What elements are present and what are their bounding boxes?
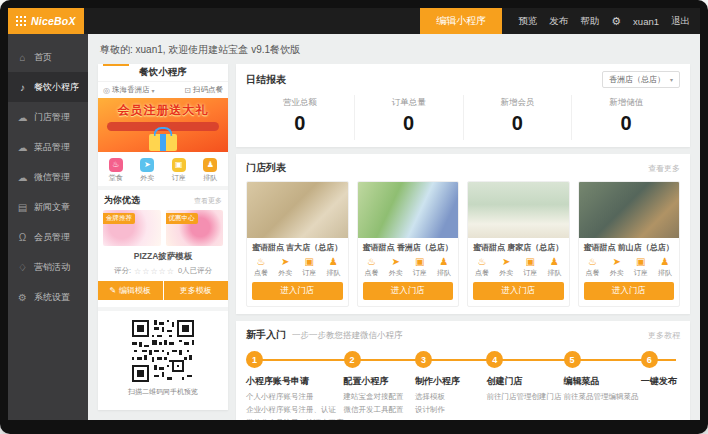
guide-link[interactable]: 微信开发工具配置 bbox=[344, 405, 415, 415]
step-number-badge: 5 bbox=[564, 351, 581, 368]
qr-caption: 扫描二维码同手机预览 bbox=[128, 387, 198, 397]
star-rating-icons: ☆☆☆☆☆ bbox=[134, 267, 175, 276]
guide-link[interactable]: 前往门店管理创建门店 bbox=[486, 392, 563, 402]
enter-store-button[interactable]: 进入门店 bbox=[252, 282, 343, 300]
sidebar-item-system-settings[interactable]: ⚙ 系统设置 bbox=[8, 282, 88, 312]
store-list-card: 门店列表 查看更多 蜜语甜点 吉大店（总店） ♨点餐 ➤外卖 bbox=[236, 154, 690, 314]
preview-link[interactable]: 预览 bbox=[518, 15, 537, 28]
gift-box-graphic bbox=[149, 134, 177, 151]
sidebar-item-label: 会员管理 bbox=[34, 231, 70, 244]
sidebar-item-dish-management[interactable]: ☁ 菜品管理 bbox=[8, 132, 88, 162]
nav-queue[interactable]: ♟ 排队 bbox=[203, 158, 217, 183]
rating-count: 0人已评分 bbox=[178, 266, 212, 276]
sidebar-item-label: 餐饮小程序 bbox=[34, 81, 79, 94]
edit-miniprogram-button[interactable]: 编辑小程序 bbox=[420, 8, 502, 34]
bubble-icon: ☁ bbox=[17, 112, 28, 123]
settings-gear-icon[interactable]: ⚙ bbox=[611, 15, 621, 28]
logout-link[interactable]: 退出 bbox=[671, 15, 690, 28]
queue-icon: ♟ bbox=[439, 256, 448, 267]
help-link[interactable]: 帮助 bbox=[580, 15, 599, 28]
enter-store-button[interactable]: 进入门店 bbox=[584, 282, 675, 300]
report-title: 日结报表 bbox=[246, 73, 286, 87]
store-action-order[interactable]: ♨点餐 bbox=[586, 256, 600, 278]
featured-item-cake[interactable]: 优惠中心 bbox=[166, 210, 224, 246]
sidebar-item-label: 菜品管理 bbox=[34, 141, 70, 154]
guide-link[interactable]: 个人小程序账号注册 bbox=[246, 392, 344, 402]
store-action-queue[interactable]: ♟排队 bbox=[658, 256, 672, 278]
store-card-jida: 蜜语甜点 吉大店（总店） ♨点餐 ➤外卖 ▣订座 ♟排队 进入门店 bbox=[246, 181, 349, 307]
queue-icon: ♟ bbox=[329, 256, 338, 267]
takeout-icon: ➤ bbox=[140, 158, 154, 172]
store-action-queue[interactable]: ♟排队 bbox=[437, 256, 451, 278]
store-action-reservation[interactable]: ▣订座 bbox=[634, 256, 648, 278]
edit-template-button[interactable]: ✎ 编辑模板 bbox=[98, 281, 163, 300]
sidebar-item-label: 微信管理 bbox=[34, 171, 70, 184]
store-action-reservation[interactable]: ▣订座 bbox=[413, 256, 427, 278]
step-build: 3 制作小程序 选择模板 设计制作 bbox=[415, 351, 486, 420]
store-filter-select[interactable]: 香洲店（总店） ▾ bbox=[602, 71, 680, 88]
store-card-tangjia: 蜜语甜点 唐家店（总店） ♨点餐 ➤外卖 ▣订座 ♟排队 进入门店 bbox=[467, 181, 570, 307]
sidebar-item-store-management[interactable]: ☁ 门店管理 bbox=[8, 102, 88, 132]
featured-more-link[interactable]: 查看更多 bbox=[194, 196, 222, 206]
store-action-queue[interactable]: ♟排队 bbox=[547, 256, 561, 278]
takeout-icon: ➤ bbox=[612, 256, 620, 267]
sidebar-item-member-management[interactable]: Ω 会员管理 bbox=[8, 222, 88, 252]
store-action-takeout[interactable]: ➤外卖 bbox=[499, 256, 513, 278]
sidebar-item-news-articles[interactable]: ▤ 新闻文章 bbox=[8, 192, 88, 222]
stores-grid: 蜜语甜点 吉大店（总店） ♨点餐 ➤外卖 ▣订座 ♟排队 进入门店 bbox=[246, 181, 680, 307]
order-icon: ♨ bbox=[478, 256, 487, 267]
sidebar-item-label: 新闻文章 bbox=[34, 201, 70, 214]
featured-header: 为你优选 查看更多 bbox=[98, 190, 228, 210]
step-publish: 6 一键发布 bbox=[641, 351, 680, 420]
sidebar-item-label: 系统设置 bbox=[34, 291, 70, 304]
qr-section: 扫描二维码同手机预览 bbox=[98, 307, 228, 410]
guide-link[interactable]: 微信公众号注册、认证小程序 bbox=[246, 418, 344, 420]
store-action-takeout[interactable]: ➤外卖 bbox=[389, 256, 403, 278]
sidebar-item-home[interactable]: ⌂ 首页 bbox=[8, 42, 88, 72]
sidebar-item-marketing[interactable]: ♢ 营销活动 bbox=[8, 252, 88, 282]
store-photo bbox=[358, 182, 459, 238]
queue-icon: ♟ bbox=[550, 256, 559, 267]
store-location-dropdown[interactable]: ◎ 珠海香洲店 ▾ bbox=[103, 85, 155, 95]
guide-link[interactable]: 前往菜品管理编辑菜品 bbox=[564, 392, 641, 402]
store-action-order[interactable]: ♨点餐 bbox=[475, 256, 489, 278]
username[interactable]: xuan1 bbox=[633, 16, 659, 27]
guide-link[interactable]: 设计制作 bbox=[415, 405, 486, 415]
guide-subtitle: 一步一步教您搭建微信小程序 bbox=[292, 330, 403, 342]
store-action-queue[interactable]: ♟排队 bbox=[326, 256, 340, 278]
logo[interactable]: NiceBoX bbox=[8, 8, 84, 34]
enter-store-button[interactable]: 进入门店 bbox=[473, 282, 564, 300]
guide-link[interactable]: 企业小程序账号注册、认证 bbox=[246, 405, 344, 415]
store-action-reservation[interactable]: ▣订座 bbox=[523, 256, 537, 278]
queue-icon: ♟ bbox=[660, 256, 669, 267]
publish-link[interactable]: 发布 bbox=[549, 15, 568, 28]
sidebar-item-restaurant-miniprogram[interactable]: ♪ 餐饮小程序 bbox=[8, 72, 88, 102]
nav-dine-in[interactable]: ♨ 堂食 bbox=[109, 158, 123, 183]
enter-store-button[interactable]: 进入门店 bbox=[363, 282, 454, 300]
guide-link[interactable]: 建站宝盒对接配置 bbox=[344, 392, 415, 402]
store-action-reservation[interactable]: ▣订座 bbox=[302, 256, 316, 278]
nav-takeout[interactable]: ➤ 外卖 bbox=[140, 158, 154, 183]
store-action-takeout[interactable]: ➤外卖 bbox=[610, 256, 624, 278]
miniprogram-icon: ♪ bbox=[17, 82, 28, 93]
store-photo bbox=[468, 182, 569, 238]
scan-to-order-button[interactable]: ⊡ 扫码点餐 bbox=[184, 85, 223, 95]
store-action-order[interactable]: ♨点餐 bbox=[254, 256, 268, 278]
stores-more-link[interactable]: 查看更多 bbox=[648, 163, 680, 174]
featured-item-cupcake[interactable]: 金牌推荐 bbox=[103, 210, 161, 246]
promo-banner[interactable]: 会员注册送大礼 bbox=[98, 98, 228, 152]
sidebar-item-wechat-management[interactable]: ☁ 微信管理 bbox=[8, 162, 88, 192]
featured-tag: 优惠中心 bbox=[166, 213, 198, 224]
guide-link[interactable]: 选择模板 bbox=[415, 392, 486, 402]
panel-accent-bar bbox=[103, 64, 129, 66]
featured-thumbs: 金牌推荐 优惠中心 bbox=[98, 210, 228, 246]
store-action-takeout[interactable]: ➤外卖 bbox=[278, 256, 292, 278]
nav-reservation[interactable]: ▣ 订座 bbox=[172, 158, 186, 183]
step-number-badge: 6 bbox=[641, 351, 658, 368]
more-tutorials-link[interactable]: 更多教程 bbox=[648, 330, 680, 341]
reservation-icon: ▣ bbox=[172, 158, 186, 172]
order-icon: ♨ bbox=[257, 256, 266, 267]
logo-text: NiceBoX bbox=[31, 15, 76, 27]
more-templates-button[interactable]: 更多模板 bbox=[164, 281, 229, 300]
store-action-order[interactable]: ♨点餐 bbox=[365, 256, 379, 278]
